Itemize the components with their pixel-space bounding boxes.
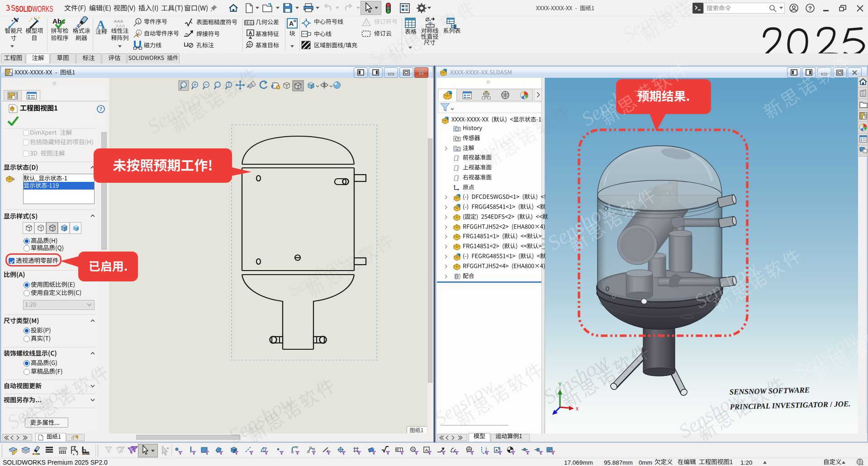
svg-text:A: A bbox=[97, 18, 105, 29]
svg-text:x: x bbox=[576, 405, 579, 412]
svg-text:AAA: AAA bbox=[114, 19, 123, 24]
svg-text:A: A bbox=[289, 20, 294, 27]
svg-text:0.3: 0.3 bbox=[249, 21, 254, 25]
svg-text:?: ? bbox=[100, 106, 102, 112]
svg-text:A1: A1 bbox=[248, 44, 251, 48]
svg-text:A: A bbox=[75, 23, 80, 29]
svg-text:1: 1 bbox=[137, 19, 139, 24]
svg-text:1: 1 bbox=[365, 21, 367, 25]
svg-text:A: A bbox=[456, 147, 459, 152]
svg-text:AAA: AAA bbox=[116, 24, 125, 28]
svg-text:N: N bbox=[412, 448, 414, 451]
svg-text:A: A bbox=[249, 30, 252, 36]
svg-text:?: ? bbox=[808, 5, 812, 12]
